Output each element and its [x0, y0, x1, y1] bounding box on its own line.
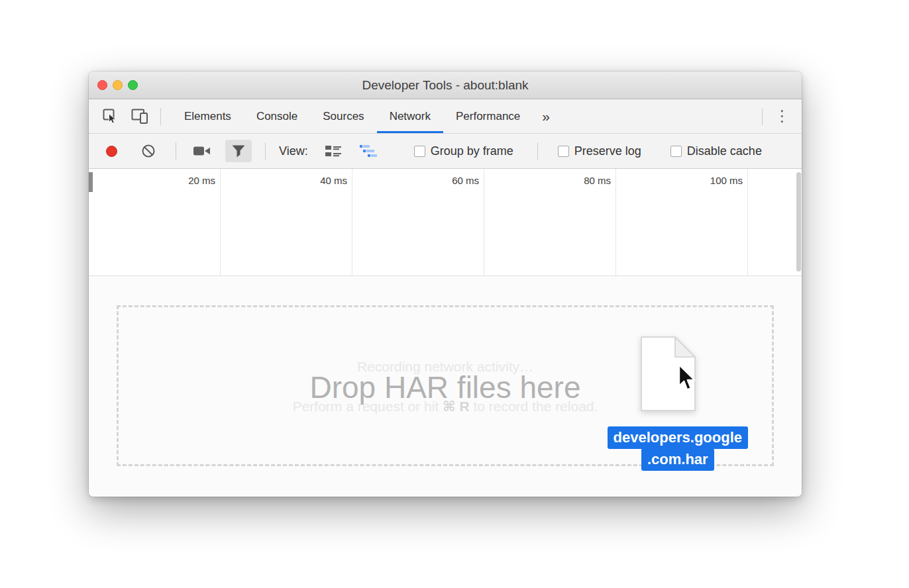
disable-cache-checkbox[interactable]: [670, 146, 682, 157]
circle-slash-icon: [141, 144, 156, 158]
clear-button[interactable]: [141, 144, 156, 158]
funnel-icon: [232, 145, 245, 158]
devtools-tabbar: Elements Console Sources Network Perform…: [89, 99, 802, 134]
window-title: Developer Tools - about:blank: [362, 78, 528, 93]
timeline-tick-60ms: 60 ms: [452, 175, 479, 186]
preserve-log-checkbox[interactable]: [558, 146, 569, 157]
timeline-column: [748, 169, 802, 275]
timeline-tick-80ms: 80 ms: [584, 175, 611, 186]
tab-network[interactable]: Network: [377, 99, 443, 133]
timeline-tick-20ms: 20 ms: [188, 175, 215, 186]
large-request-rows-button[interactable]: [325, 145, 341, 157]
timeline-right-scroll-thumb[interactable]: [796, 172, 801, 271]
window-titlebar: Developer Tools - about:blank: [89, 72, 802, 99]
toolbar-separator-2: [265, 142, 266, 160]
network-requests-area: Recording network activity… Perform a re…: [89, 276, 802, 497]
network-toolbar: View:: [89, 134, 802, 169]
tab-performance[interactable]: Performance: [443, 99, 533, 133]
tabbar-spacer: [559, 99, 753, 133]
har-dropzone[interactable]: Recording network activity… Perform a re…: [117, 305, 774, 466]
zoom-window-button[interactable]: [128, 80, 138, 90]
video-camera-icon: [193, 145, 211, 157]
group-by-frame-checkbox-group[interactable]: Group by frame: [414, 144, 513, 158]
view-label: View:: [279, 144, 308, 158]
preserve-log-checkbox-group[interactable]: Preserve log: [558, 144, 641, 158]
timeline-column: 80 ms: [484, 169, 616, 275]
devtools-menu-button[interactable]: ⋮: [763, 99, 802, 133]
drag-label-line-2: .com.har: [641, 448, 714, 471]
list-rows-icon: [325, 145, 341, 157]
cursor-in-box-icon: [103, 109, 118, 124]
capture-screenshots-button[interactable]: [193, 145, 211, 157]
show-overview-button[interactable]: [360, 145, 377, 157]
tab-elements[interactable]: Elements: [172, 99, 244, 133]
devtools-window: Developer Tools - about:blank Elements C…: [89, 72, 802, 497]
phone-tablet-icon: [131, 109, 148, 124]
timeline-column: 20 ms: [89, 169, 221, 275]
group-by-frame-label: Group by frame: [431, 144, 513, 158]
arrow-pointer-icon: [677, 364, 697, 393]
group-by-frame-checkbox[interactable]: [414, 146, 425, 157]
traffic-lights: [97, 72, 138, 99]
page: Developer Tools - about:blank Elements C…: [0, 0, 909, 588]
close-window-button[interactable]: [97, 80, 107, 90]
panel-tabs: Elements Console Sources Network Perform…: [172, 99, 533, 133]
timeline-column: 40 ms: [221, 169, 352, 275]
filter-button[interactable]: [225, 140, 252, 162]
record-button[interactable]: [106, 146, 117, 157]
timeline-column: 60 ms: [352, 169, 484, 275]
toolbar-separator-3: [537, 142, 538, 160]
timeline-column: 100 ms: [616, 169, 748, 275]
more-tabs-button[interactable]: »: [533, 99, 559, 133]
toolbar-separator-1: [176, 142, 176, 160]
disable-cache-checkbox-group[interactable]: Disable cache: [670, 144, 762, 158]
drag-label-line-1: developers.google: [608, 426, 748, 449]
toggle-device-toolbar-icon[interactable]: [127, 99, 151, 133]
minimize-window-button[interactable]: [113, 80, 123, 90]
disable-cache-label: Disable cache: [687, 144, 762, 158]
mouse-cursor-icon: [677, 364, 697, 395]
tab-sources[interactable]: Sources: [310, 99, 376, 133]
timeline-tick-100ms: 100 ms: [710, 175, 743, 186]
inspect-element-icon[interactable]: [98, 99, 122, 133]
timeline-left-scroll-thumb[interactable]: [89, 172, 93, 192]
tabbar-separator: [160, 108, 161, 125]
tab-console[interactable]: Console: [244, 99, 310, 133]
preserve-log-label: Preserve log: [574, 144, 641, 158]
network-overview-timeline: 20 ms 40 ms 60 ms 80 ms 100 ms: [89, 169, 802, 276]
timeline-tick-40ms: 40 ms: [320, 175, 347, 186]
dragged-file-name-label: developers.google .com.har: [608, 426, 748, 471]
waterfall-bars-icon: [360, 145, 377, 157]
